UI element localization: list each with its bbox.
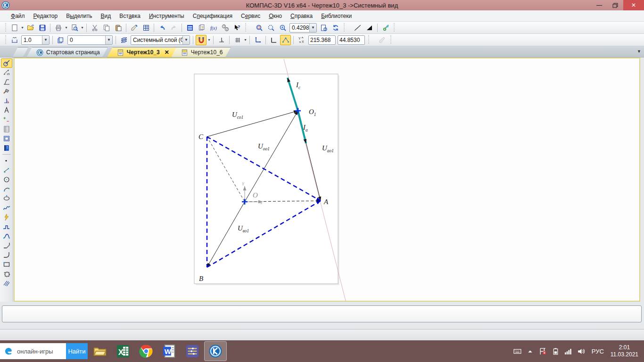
open-folder-button[interactable]	[25, 23, 36, 33]
tool-reports-button[interactable]	[1, 134, 12, 143]
menu-выделить[interactable]: Выделить	[62, 11, 96, 21]
gear-tools-button[interactable]	[380, 23, 391, 33]
black-triangle-button[interactable]	[364, 23, 375, 33]
tool-arc-button[interactable]	[1, 184, 12, 194]
message-bar[interactable]	[2, 305, 642, 322]
new-doc-dropdown[interactable]: ▾	[20, 23, 25, 33]
format-brush-button[interactable]	[129, 23, 140, 33]
chevron-down-icon[interactable]: ▼	[309, 24, 316, 32]
tab-чертеж10_6[interactable]: Чертеж10_6	[171, 47, 231, 58]
tray-volume-icon[interactable]	[577, 347, 585, 355]
menu-сервис[interactable]: Сервис	[237, 11, 264, 21]
new-doc-button[interactable]	[9, 23, 20, 33]
menu-библиотеки[interactable]: Библиотеки	[317, 11, 356, 21]
tool-point-button[interactable]	[1, 156, 12, 165]
zoom-in-button[interactable]	[277, 23, 288, 33]
corner-button[interactable]	[268, 35, 279, 45]
layer-name-combo[interactable]: Системный слой (0)▼	[131, 35, 190, 45]
toolbar-grip[interactable]	[342, 23, 346, 33]
paste-button[interactable]	[113, 23, 124, 33]
tab-overflow-arrow[interactable]: ▼	[637, 49, 641, 54]
tool-parametrization-button[interactable]	[1, 96, 12, 106]
brush-gray-button[interactable]	[377, 35, 388, 45]
tool-hatch-button[interactable]	[1, 279, 12, 288]
toolbar-grip[interactable]	[367, 35, 371, 45]
zoom-frame-button[interactable]	[265, 23, 276, 33]
tab-close-icon[interactable]: ✕	[165, 49, 169, 56]
taskbar-app-excel[interactable]: X	[112, 342, 134, 361]
taskbar-app-chrome[interactable]	[135, 342, 157, 361]
step-value-combo[interactable]: 1.0▼	[21, 35, 50, 45]
tool-rectangle-button[interactable]	[1, 260, 12, 269]
taskbar-app-file-explorer[interactable]	[89, 342, 111, 361]
tool-specification-button[interactable]	[1, 124, 12, 134]
menu-справка[interactable]: Справка	[286, 11, 317, 21]
chevron-down-icon[interactable]: ▼	[42, 36, 49, 44]
tab-стартовая-страница[interactable]: Стартовая страница	[26, 47, 108, 58]
find-button[interactable]: Найти	[66, 343, 88, 359]
chevron-down-icon[interactable]: ▼	[182, 36, 190, 44]
layers-button[interactable]	[118, 35, 129, 45]
tray-flag-notification-icon[interactable]	[539, 347, 547, 355]
app-window-button[interactable]	[184, 23, 195, 33]
taskbar-app-circuit-app[interactable]	[182, 342, 203, 361]
layer-copy-button[interactable]	[55, 35, 66, 45]
step-button[interactable]	[9, 35, 20, 45]
cursor-help-button[interactable]: ?	[231, 23, 242, 33]
tool-dimensions-button[interactable]: 15	[1, 68, 12, 77]
coord-x-input[interactable]: 215.368	[308, 35, 336, 45]
tray-keyboard-icon[interactable]	[513, 347, 521, 355]
toolbar-grip[interactable]	[392, 23, 396, 33]
renumber-button[interactable]: 12	[220, 23, 231, 33]
toolbar-grip[interactable]	[4, 35, 8, 45]
close-button[interactable]: ✕	[623, 0, 644, 10]
restore-button[interactable]	[607, 0, 623, 10]
tool-bezier-button[interactable]	[1, 231, 12, 241]
tool-lightning-input-button[interactable]	[1, 213, 12, 222]
help-pages-button[interactable]: ?	[196, 23, 207, 33]
menu-инструменты[interactable]: Инструменты	[145, 11, 189, 21]
tool-fillet-button[interactable]	[1, 250, 12, 260]
minimize-button[interactable]: —	[591, 0, 607, 10]
tool-circle-button[interactable]	[1, 175, 12, 184]
language-indicator[interactable]: РУС	[590, 348, 606, 355]
grid-button[interactable]	[232, 35, 243, 45]
undo-button[interactable]	[157, 23, 167, 33]
tool-polyline-button[interactable]	[1, 222, 12, 231]
coord-y-input[interactable]: 44.8530	[338, 35, 365, 45]
tool-chamfer-button[interactable]	[1, 241, 12, 250]
print-preview-dropdown[interactable]: ▾	[80, 23, 84, 33]
toolbar-grip[interactable]	[389, 35, 393, 45]
menu-вид[interactable]: Вид	[97, 11, 116, 21]
perpendicular-button[interactable]	[216, 35, 227, 45]
tray-network-signal-icon[interactable]	[564, 347, 572, 355]
taskbar-app-kompas-3d[interactable]	[205, 342, 226, 361]
taskbar-app-word[interactable]: W	[158, 342, 180, 361]
grid-dropdown[interactable]: ▾	[243, 35, 248, 45]
magnet-button[interactable]	[196, 35, 206, 45]
tray-chevron-up-icon[interactable]	[526, 347, 534, 355]
coords-yx-button[interactable]: YX	[296, 35, 307, 45]
tray-battery-icon[interactable]	[552, 347, 560, 355]
zoom-value-combo[interactable]: 0.4298▼	[289, 23, 317, 33]
menu-редактор[interactable]: Редактор	[29, 11, 62, 21]
magnet-dropdown[interactable]: ▾	[207, 35, 211, 45]
tool-selection-button[interactable]: +−	[1, 115, 12, 124]
fx-button[interactable]: f(x)	[208, 23, 219, 33]
print-dropdown[interactable]: ▾	[64, 23, 68, 33]
menu-файл[interactable]: Файл	[7, 11, 29, 21]
tab-чертеж10_3[interactable]: Чертеж10_3✕	[107, 47, 177, 58]
drawing-canvas[interactable]: IсUсо1О1IаUоо1Uао1СОАUво1ВYX	[14, 58, 640, 302]
tool-insert-macro-button[interactable]	[1, 143, 12, 153]
clock[interactable]: 2:01 11.03.2021	[611, 344, 640, 358]
layer-number-combo[interactable]: 0▼	[67, 35, 113, 45]
show-doc-button[interactable]	[318, 23, 329, 33]
refresh-button[interactable]	[330, 23, 341, 33]
tool-copy-object-button[interactable]	[1, 269, 12, 279]
menu-спецификация[interactable]: Спецификация	[189, 11, 237, 21]
chevron-down-icon[interactable]: ▼	[105, 36, 112, 44]
tool-geometry-button[interactable]	[1, 58, 12, 68]
toolbar-grip[interactable]	[244, 23, 248, 33]
print-preview-button[interactable]	[69, 23, 80, 33]
menu-окно[interactable]: Окно	[264, 11, 286, 21]
